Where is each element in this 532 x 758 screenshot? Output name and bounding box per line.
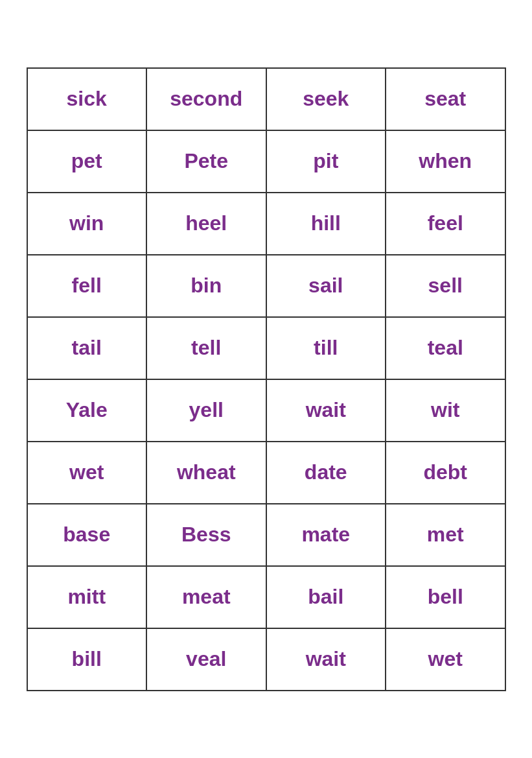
table-cell: debt [386,442,505,504]
table-cell: wet [386,628,505,691]
table-row: sicksecondseekseat [27,68,505,130]
table-cell: heel [146,193,266,255]
table-cell: fell [27,255,146,317]
table-cell: tail [27,317,146,379]
table-row: petPetepitwhen [27,130,505,193]
table-cell: second [146,68,266,130]
table-cell: date [266,442,386,504]
table-cell: mitt [27,566,146,628]
table-row: wetwheatdatedebt [27,442,505,504]
table-cell: meat [146,566,266,628]
word-table: sicksecondseekseatpetPetepitwhenwinheelh… [27,67,506,691]
table-cell: base [27,504,146,566]
table-row: tailtelltillteal [27,317,505,379]
table-row: fellbinsailsell [27,255,505,317]
page: sicksecondseekseatpetPetepitwhenwinheelh… [0,0,532,758]
table-cell: Pete [146,130,266,193]
table-cell: Bess [146,504,266,566]
table-cell: seek [266,68,386,130]
table-row: winheelhillfeel [27,193,505,255]
table-cell: feel [386,193,505,255]
table-cell: wait [266,379,386,442]
table-cell: teal [386,317,505,379]
table-cell: when [386,130,505,193]
table-cell: veal [146,628,266,691]
table-cell: sick [27,68,146,130]
table-cell: bin [146,255,266,317]
table-cell: sell [386,255,505,317]
table-cell: bill [27,628,146,691]
table-cell: bell [386,566,505,628]
table-row: baseBessmatemet [27,504,505,566]
table-cell: pet [27,130,146,193]
table-cell: tell [146,317,266,379]
table-cell: sail [266,255,386,317]
table-cell: yell [146,379,266,442]
table-cell: hill [266,193,386,255]
table-cell: wit [386,379,505,442]
table-cell: wheat [146,442,266,504]
table-cell: seat [386,68,505,130]
table-cell: pit [266,130,386,193]
table-cell: Yale [27,379,146,442]
table-cell: till [266,317,386,379]
table-cell: bail [266,566,386,628]
table-row: billvealwaitwet [27,628,505,691]
table-cell: wait [266,628,386,691]
table-cell: win [27,193,146,255]
table-cell: met [386,504,505,566]
table-row: Yaleyellwaitwit [27,379,505,442]
table-cell: mate [266,504,386,566]
table-cell: wet [27,442,146,504]
table-row: mittmeatbailbell [27,566,505,628]
